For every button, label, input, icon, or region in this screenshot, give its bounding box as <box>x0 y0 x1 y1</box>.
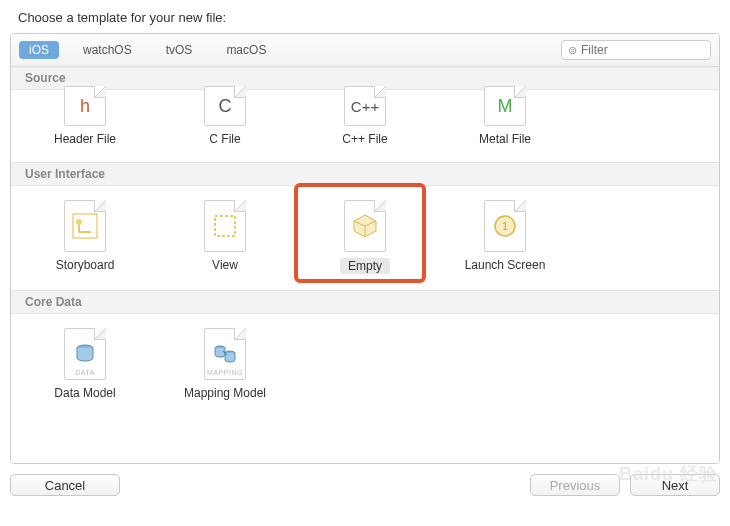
previous-button[interactable]: Previous <box>530 474 620 496</box>
platform-tab-tvos[interactable]: tvOS <box>156 41 203 59</box>
empty-icon <box>344 200 386 252</box>
template-label: Empty <box>340 258 390 274</box>
metal-file-icon: M <box>484 86 526 126</box>
mapping-model-icon: MAPPING <box>204 328 246 380</box>
template-label: C++ File <box>299 132 431 146</box>
section-header-coredata: Core Data <box>11 290 719 314</box>
data-model-icon: DATA <box>64 328 106 380</box>
template-label: C File <box>159 132 291 146</box>
template-list: Source h Header File C C File C++ <box>11 67 719 463</box>
template-launch-screen[interactable]: 1 Launch Screen <box>435 192 575 280</box>
storyboard-icon <box>64 200 106 252</box>
svg-point-1 <box>76 219 82 225</box>
template-label: Header File <box>19 132 151 146</box>
template-label: Launch Screen <box>439 258 571 272</box>
svg-rect-0 <box>73 214 97 238</box>
toolbar: iOS watchOS tvOS macOS ⊜ <box>11 34 719 67</box>
template-storyboard[interactable]: Storyboard <box>15 192 155 280</box>
svg-rect-2 <box>215 216 235 236</box>
template-view[interactable]: View <box>155 192 295 280</box>
template-cpp-file[interactable]: C++ C++ File <box>295 78 435 152</box>
template-c-file[interactable]: C C File <box>155 78 295 152</box>
template-label: Mapping Model <box>159 386 291 400</box>
template-empty[interactable]: Empty <box>295 192 435 280</box>
platform-tabs: iOS watchOS tvOS macOS <box>19 41 276 59</box>
template-label: View <box>159 258 291 272</box>
next-button[interactable]: Next <box>630 474 720 496</box>
cpp-file-icon: C++ <box>344 86 386 126</box>
template-mapping-model[interactable]: MAPPING Mapping Model <box>155 320 295 406</box>
cancel-button[interactable]: Cancel <box>10 474 120 496</box>
filter-icon: ⊜ <box>568 44 577 57</box>
launch-screen-icon: 1 <box>484 200 526 252</box>
header-file-icon: h <box>64 86 106 126</box>
platform-tab-macos[interactable]: macOS <box>216 41 276 59</box>
platform-tab-ios[interactable]: iOS <box>19 41 59 59</box>
section-items-ui: Storyboard View Empty 1 <box>11 186 719 290</box>
svg-text:1: 1 <box>502 220 508 232</box>
section-items-source: h Header File C C File C++ C++ File <box>11 78 719 162</box>
section-header-ui: User Interface <box>11 162 719 186</box>
button-bar: Cancel Previous Next <box>10 464 720 496</box>
c-file-icon: C <box>204 86 246 126</box>
template-metal-file[interactable]: M Metal File <box>435 78 575 152</box>
template-chooser: iOS watchOS tvOS macOS ⊜ Source h Header… <box>10 33 720 464</box>
platform-tab-watchos[interactable]: watchOS <box>73 41 142 59</box>
template-label: Data Model <box>19 386 151 400</box>
template-label: Metal File <box>439 132 571 146</box>
template-data-model[interactable]: DATA Data Model <box>15 320 155 406</box>
filter-input[interactable] <box>581 43 704 57</box>
filter-box[interactable]: ⊜ <box>561 40 711 60</box>
template-header-file[interactable]: h Header File <box>15 78 155 152</box>
template-label: Storyboard <box>19 258 151 272</box>
view-icon <box>204 200 246 252</box>
dialog-title: Choose a template for your new file: <box>18 10 720 25</box>
section-items-coredata: DATA Data Model MAPPING Mapping Model <box>11 314 719 416</box>
